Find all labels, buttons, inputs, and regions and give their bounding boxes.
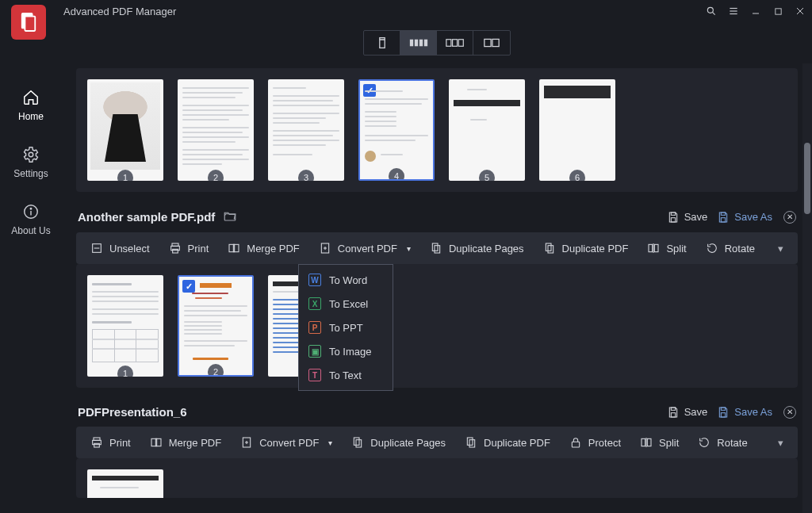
rotate-button[interactable]: Rotate bbox=[698, 237, 763, 259]
svg-rect-46 bbox=[671, 412, 675, 416]
folder-open-icon[interactable] bbox=[223, 209, 237, 224]
close-document-icon[interactable]: ✕ bbox=[783, 406, 796, 419]
close-document-icon[interactable]: ✕ bbox=[783, 211, 796, 224]
merge-icon bbox=[150, 436, 163, 449]
convert-pdf-button[interactable]: Convert PDF ▾ bbox=[311, 237, 419, 259]
toolbar-overflow-icon[interactable]: ▾ bbox=[770, 432, 791, 454]
save-as-button[interactable]: Save As bbox=[717, 406, 772, 419]
svg-rect-20 bbox=[423, 40, 427, 47]
document-section: PDFPresentation_6 Save Save As ✕ Print bbox=[76, 402, 798, 498]
svg-rect-25 bbox=[492, 39, 499, 46]
svg-rect-51 bbox=[94, 443, 100, 447]
duplicate-pages-button[interactable]: Duplicate Pages bbox=[422, 237, 532, 259]
svg-rect-29 bbox=[722, 217, 726, 221]
rotate-button[interactable]: Rotate bbox=[690, 431, 755, 454]
search-icon[interactable] bbox=[706, 6, 717, 17]
merge-pdf-button[interactable]: Merge PDF bbox=[220, 237, 307, 259]
view-two-up-icon[interactable] bbox=[473, 31, 510, 55]
sidebar-item-about[interactable]: About Us bbox=[0, 198, 62, 241]
maximize-icon[interactable] bbox=[772, 6, 783, 17]
svg-rect-18 bbox=[414, 40, 417, 47]
document-list: 1 2 bbox=[62, 63, 812, 513]
document-toolbar: Print Merge PDF Convert PDF ▾ Duplicate … bbox=[76, 427, 798, 458]
thumbnails-row bbox=[76, 458, 798, 498]
chevron-down-icon: ▾ bbox=[328, 438, 332, 447]
close-icon[interactable] bbox=[795, 6, 806, 17]
svg-rect-27 bbox=[671, 217, 675, 221]
svg-rect-47 bbox=[722, 408, 726, 410]
svg-rect-61 bbox=[647, 438, 651, 446]
image-icon: ▣ bbox=[308, 345, 321, 358]
convert-to-ppt[interactable]: P To PPT bbox=[299, 316, 393, 339]
thumbnails-row: 1 2 bbox=[76, 68, 798, 192]
view-grid-large-icon[interactable] bbox=[437, 31, 473, 55]
minimize-icon[interactable] bbox=[750, 6, 761, 17]
merge-pdf-button[interactable]: Merge PDF bbox=[142, 431, 229, 454]
svg-rect-42 bbox=[649, 244, 653, 251]
toolbar-overflow-icon[interactable]: ▾ bbox=[770, 238, 791, 259]
page-number: 1 bbox=[117, 170, 133, 181]
unselect-button[interactable]: Unselect bbox=[82, 237, 158, 259]
protect-button[interactable]: Protect bbox=[561, 431, 629, 454]
convert-to-image[interactable]: ▣ To Image bbox=[299, 339, 393, 363]
page-thumbnail[interactable] bbox=[87, 469, 163, 498]
sidebar-item-settings[interactable]: Settings bbox=[0, 141, 62, 184]
excel-icon: X bbox=[308, 297, 321, 310]
page-thumbnail[interactable]: 1 bbox=[87, 79, 163, 181]
page-number: 6 bbox=[569, 170, 585, 181]
document-header: Another sample PDF.pdf Save Save As ✕ bbox=[76, 206, 798, 232]
page-thumbnail[interactable]: 1 bbox=[87, 275, 163, 377]
merge-icon bbox=[228, 242, 240, 255]
svg-rect-22 bbox=[452, 40, 457, 47]
document-toolbar: Unselect Print Merge PDF Convert PDF ▾ bbox=[76, 232, 798, 264]
svg-rect-39 bbox=[435, 246, 440, 253]
page-number: 2 bbox=[208, 170, 224, 181]
view-grid-small-icon[interactable] bbox=[400, 31, 437, 55]
duplicate-pdf-button[interactable]: Duplicate PDF bbox=[535, 237, 637, 259]
unselect-icon bbox=[90, 242, 103, 255]
page-thumbnail[interactable]: 3 bbox=[268, 79, 344, 181]
document-header: PDFPresentation_6 Save Save As ✕ bbox=[76, 402, 798, 427]
app-logo bbox=[11, 5, 46, 40]
page-number: 1 bbox=[117, 366, 133, 377]
svg-point-0 bbox=[707, 7, 713, 13]
save-button[interactable]: Save bbox=[667, 211, 708, 224]
vertical-scrollbar[interactable] bbox=[802, 63, 812, 513]
convert-to-excel[interactable]: X To Excel bbox=[299, 292, 393, 316]
main-area: 1 2 bbox=[62, 22, 812, 513]
page-number: 3 bbox=[298, 170, 314, 181]
view-single-icon[interactable] bbox=[364, 31, 400, 55]
page-thumbnail[interactable]: ✓ 2 bbox=[178, 275, 254, 377]
home-icon bbox=[22, 89, 40, 106]
split-icon bbox=[647, 242, 660, 255]
info-icon bbox=[22, 203, 40, 220]
convert-to-word[interactable]: W To Word bbox=[299, 268, 393, 292]
page-thumbnail[interactable]: 2 bbox=[178, 79, 254, 181]
convert-icon bbox=[319, 242, 331, 255]
split-button[interactable]: Split bbox=[632, 431, 687, 454]
convert-to-text[interactable]: T To Text bbox=[299, 363, 393, 387]
svg-rect-21 bbox=[446, 40, 450, 47]
svg-rect-34 bbox=[172, 249, 178, 253]
page-thumbnail[interactable]: 6 bbox=[539, 79, 615, 181]
print-button[interactable]: Print bbox=[161, 237, 217, 259]
save-button[interactable]: Save bbox=[667, 406, 708, 419]
duplicate-pages-icon bbox=[430, 242, 442, 255]
page-number: 2 bbox=[208, 364, 224, 377]
print-button[interactable]: Print bbox=[82, 431, 139, 454]
svg-rect-26 bbox=[671, 212, 675, 215]
sidebar-item-label: About Us bbox=[11, 225, 50, 236]
scrollbar-thumb[interactable] bbox=[804, 143, 810, 214]
duplicate-pages-button[interactable]: Duplicate Pages bbox=[343, 431, 454, 454]
sidebar: Home Settings About Us bbox=[0, 48, 62, 513]
page-thumbnail[interactable]: ✓ 4 bbox=[358, 79, 435, 181]
save-as-button[interactable]: Save As bbox=[717, 211, 772, 224]
page-thumbnail[interactable]: 5 bbox=[449, 79, 525, 181]
convert-pdf-button[interactable]: Convert PDF ▾ bbox=[232, 431, 340, 454]
sidebar-item-home[interactable]: Home bbox=[0, 84, 62, 127]
document-section: Another sample PDF.pdf Save Save As ✕ bbox=[76, 206, 798, 388]
split-button[interactable]: Split bbox=[639, 237, 694, 259]
duplicate-pdf-button[interactable]: Duplicate PDF bbox=[457, 431, 558, 454]
svg-rect-28 bbox=[722, 212, 726, 215]
menu-icon[interactable] bbox=[728, 6, 739, 17]
